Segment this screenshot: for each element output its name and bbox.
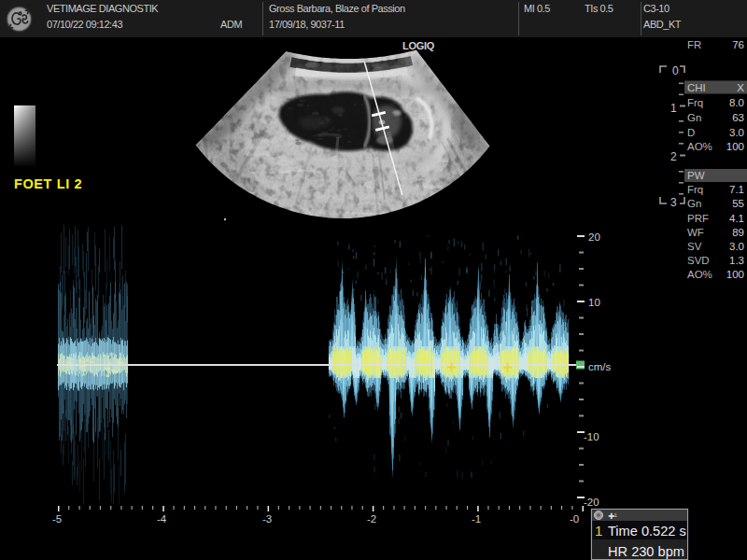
svg-text:1: 1 [595,523,602,539]
svg-text:-10: -10 [584,431,599,442]
svg-text:WF: WF [687,227,704,238]
svg-text:-5: -5 [52,513,62,525]
svg-text:8.0: 8.0 [729,97,744,108]
svg-text:cm/s: cm/s [588,361,612,372]
svg-text:X: X [737,82,744,93]
svg-text:-2: -2 [367,513,376,525]
svg-text:Frq: Frq [687,97,703,108]
svg-text:89: 89 [732,227,744,238]
svg-text:1.3: 1.3 [729,255,744,266]
svg-text:Gn: Gn [687,198,701,209]
svg-text:-3: -3 [262,513,272,525]
svg-text:FOET LI 2: FOET LI 2 [14,176,82,191]
svg-text:-20: -20 [584,497,599,508]
svg-text:20: 20 [588,231,600,243]
svg-text:100: 100 [726,269,744,280]
svg-text:Gn: Gn [687,112,701,123]
svg-text:3.0: 3.0 [729,241,744,252]
svg-text:D: D [687,127,695,138]
svg-text:-4: -4 [157,513,167,525]
svg-text:AO%: AO% [687,141,712,152]
svg-text:100: 100 [726,141,744,152]
svg-text:55: 55 [732,198,744,209]
svg-text:CHI: CHI [687,82,706,93]
svg-text:0: 0 [672,64,679,77]
svg-text:-1: -1 [472,513,481,525]
svg-text:FR: FR [687,39,701,50]
svg-text:3.0: 3.0 [729,127,744,138]
svg-text:LOGIQ: LOGIQ [402,40,435,51]
svg-text:SVD: SVD [687,255,710,266]
svg-text:10: 10 [588,297,600,308]
svg-text:76: 76 [732,39,744,50]
svg-text:PW: PW [687,170,705,181]
svg-text:4.1: 4.1 [729,213,744,224]
svg-text:63: 63 [732,112,744,123]
svg-text:SV: SV [687,241,702,252]
svg-text:HR 230 bpm: HR 230 bpm [608,544,684,559]
svg-text:✚¹: ✚¹ [608,511,617,521]
svg-text:1: 1 [670,102,677,115]
svg-text:Frq: Frq [687,184,703,195]
svg-text:-0: -0 [570,513,579,525]
svg-text:7.1: 7.1 [729,184,744,195]
svg-text:2: 2 [670,150,677,163]
svg-text:3: 3 [670,196,677,209]
svg-text:AO%: AO% [687,269,712,280]
svg-text:PRF: PRF [687,213,709,224]
svg-text:Time 0.522 s: Time 0.522 s [608,524,686,539]
